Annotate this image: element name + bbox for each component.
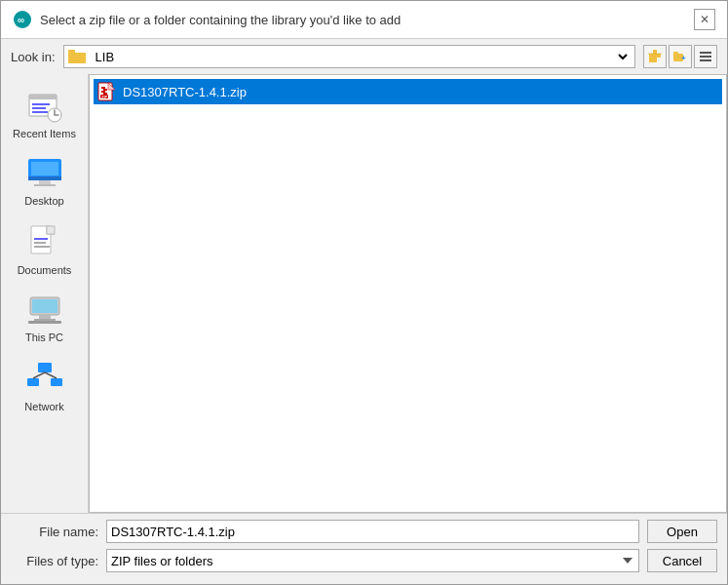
- svg-rect-43: [101, 91, 105, 93]
- sidebar: Recent Items Desktop: [1, 74, 89, 513]
- this-pc-icon: [26, 293, 63, 328]
- title-bar: ∞ Select a zip file or a folder containi…: [1, 1, 727, 39]
- svg-rect-44: [103, 89, 107, 91]
- svg-rect-20: [28, 176, 61, 180]
- desktop-icon: [26, 157, 63, 191]
- file-area[interactable]: ZIP DS1307RTC-1.4.1.zip: [89, 74, 727, 513]
- file-item[interactable]: ZIP DS1307RTC-1.4.1.zip: [94, 79, 722, 104]
- svg-rect-27: [34, 238, 48, 240]
- svg-line-39: [45, 372, 57, 378]
- open-button[interactable]: Open: [647, 520, 717, 543]
- svg-rect-12: [700, 59, 711, 61]
- svg-rect-22: [34, 184, 56, 186]
- sidebar-item-documents-label: Documents: [18, 264, 72, 276]
- dialog: ∞ Select a zip file or a folder containi…: [0, 0, 728, 585]
- svg-text:ZIP: ZIP: [101, 95, 108, 99]
- svg-rect-3: [68, 50, 75, 54]
- svg-rect-23: [31, 162, 58, 176]
- svg-rect-31: [32, 299, 57, 313]
- file-name-label: File name:: [11, 525, 98, 539]
- svg-rect-32: [39, 315, 51, 319]
- view-menu-button[interactable]: [694, 45, 717, 68]
- dialog-title: Select a zip file or a folder containing…: [40, 13, 401, 27]
- svg-rect-21: [39, 180, 51, 184]
- svg-rect-33: [34, 319, 56, 321]
- file-name-row: File name: Open: [11, 520, 717, 543]
- svg-rect-10: [700, 52, 711, 54]
- folder-icon-small: [68, 50, 86, 63]
- svg-text:+: +: [681, 54, 686, 62]
- sidebar-item-desktop-label: Desktop: [24, 195, 63, 207]
- toolbar-buttons: +: [643, 45, 717, 68]
- svg-rect-42: [101, 87, 105, 89]
- svg-rect-36: [27, 378, 39, 386]
- close-button[interactable]: ✕: [694, 9, 715, 30]
- navigate-up-button[interactable]: [643, 45, 667, 68]
- sidebar-item-recent-items[interactable]: Recent Items: [6, 82, 84, 146]
- documents-icon: [27, 224, 62, 260]
- sidebar-item-this-pc[interactable]: This PC: [6, 287, 84, 350]
- svg-rect-16: [32, 107, 46, 109]
- zip-file-icon: ZIP: [97, 81, 117, 102]
- svg-rect-34: [28, 321, 61, 324]
- svg-rect-8: [673, 52, 678, 55]
- svg-rect-37: [51, 378, 62, 386]
- svg-rect-35: [38, 363, 52, 372]
- look-in-dropdown[interactable]: LIB: [63, 45, 635, 68]
- svg-rect-17: [32, 111, 48, 113]
- svg-rect-15: [32, 103, 50, 105]
- files-of-type-label: Files of type:: [11, 554, 98, 568]
- svg-rect-14: [29, 95, 57, 99]
- toolbar: Look in: LIB: [1, 39, 727, 74]
- sidebar-item-recent-items-label: Recent Items: [13, 128, 76, 139]
- recent-items-icon: [25, 89, 64, 124]
- svg-text:∞: ∞: [18, 15, 24, 25]
- cancel-button[interactable]: Cancel: [647, 549, 717, 572]
- svg-rect-29: [34, 246, 50, 248]
- file-item-name: DS1307RTC-1.4.1.zip: [123, 85, 247, 99]
- sidebar-item-this-pc-label: This PC: [25, 332, 63, 343]
- new-folder-button[interactable]: +: [669, 45, 692, 68]
- sidebar-item-network[interactable]: Network: [6, 354, 84, 419]
- look-in-select-input[interactable]: LIB: [92, 49, 631, 65]
- main-area: Recent Items Desktop: [1, 74, 727, 513]
- sidebar-item-desktop[interactable]: Desktop: [6, 150, 84, 214]
- files-of-type-row: Files of type: ZIP files or folders Canc…: [11, 549, 717, 572]
- bottom-area: File name: Open Files of type: ZIP files…: [1, 513, 727, 584]
- svg-line-38: [33, 372, 45, 378]
- svg-rect-28: [34, 242, 46, 244]
- look-in-label: Look in:: [11, 50, 56, 64]
- files-of-type-select[interactable]: ZIP files or folders: [106, 549, 639, 572]
- svg-rect-2: [68, 53, 86, 63]
- arduino-logo-icon: ∞: [13, 10, 32, 29]
- sidebar-item-documents[interactable]: Documents: [6, 217, 84, 283]
- svg-rect-26: [47, 226, 55, 234]
- svg-rect-11: [700, 56, 711, 58]
- file-name-input[interactable]: [106, 520, 639, 543]
- network-icon: [26, 361, 63, 397]
- sidebar-item-network-label: Network: [24, 401, 63, 412]
